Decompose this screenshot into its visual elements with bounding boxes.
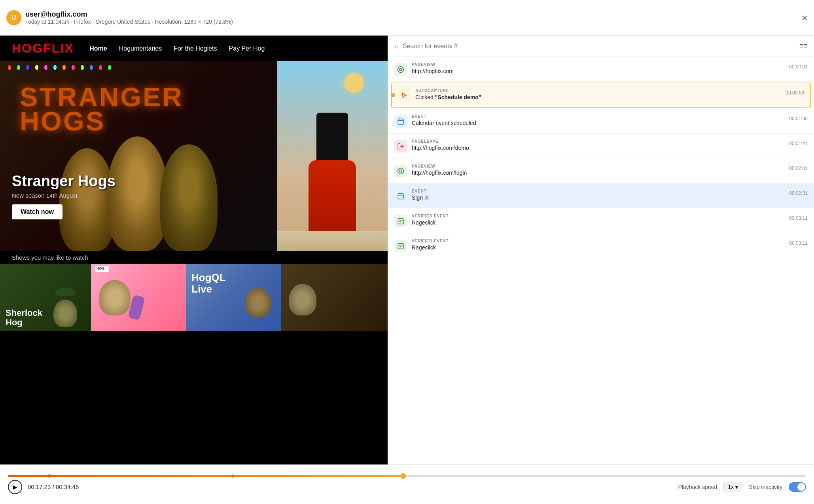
event-type-3: EVENT bbox=[412, 114, 784, 119]
event-type-4: PAGELEAVE bbox=[412, 139, 784, 143]
controls-row: ▶ 00:17:23 / 00:34:46 Playback speed 1x … bbox=[0, 480, 814, 494]
event-time-4: 00:01:41 bbox=[789, 141, 808, 146]
event-body-5: PAGEVIEW http://hogflix.com/login bbox=[412, 164, 784, 176]
event-time-8: 00:03:11 bbox=[789, 240, 808, 246]
filter-icon[interactable]: ≡≡ bbox=[799, 42, 808, 50]
moon bbox=[344, 73, 364, 93]
event-item-pageview-1[interactable]: PAGEVIEW http://hogflix.com 00:00:01 bbox=[388, 57, 814, 82]
svg-rect-5 bbox=[398, 194, 403, 199]
hero-show-title: Stranger Hogs bbox=[12, 173, 115, 190]
nav-hogumentaries[interactable]: Hogumentaries bbox=[119, 45, 162, 52]
event-body-1: PAGEVIEW http://hogflix.com bbox=[412, 62, 784, 75]
pageview-icon-2 bbox=[394, 165, 407, 177]
speed-value: 1x bbox=[728, 484, 734, 490]
royal-hat bbox=[316, 113, 348, 160]
event-icon-3 bbox=[394, 115, 407, 128]
video-area: HOGFLIX Home Hogumentaries For the Hogle… bbox=[0, 36, 388, 464]
verified-icon-1 bbox=[394, 215, 407, 227]
event-time-2: 00:00:58 bbox=[786, 90, 804, 96]
event-body-4: PAGELEAVE http://hogflix.com/demo bbox=[412, 139, 784, 151]
hogflix-nav-links: Home Hogumentaries For the Hoglets Pay P… bbox=[89, 45, 265, 52]
hero-right: CR bbox=[277, 61, 388, 251]
hero-left: STRANGER HOGS Stranger Hogs New season 1… bbox=[0, 61, 277, 251]
user-details: user@hogflix.com Today at 11:04am · Fire… bbox=[25, 10, 233, 25]
event-time-6: 00:02:31 bbox=[789, 191, 808, 196]
right-panel: ⌕ ≡≡ PAGEVIEW http://hogflix.com 00:00:0… bbox=[388, 36, 814, 464]
hog-char-2 bbox=[107, 136, 168, 251]
event-desc-2: Clicked "Schedule demo" bbox=[415, 94, 781, 101]
event-item-rageclick-2[interactable]: VERIFIED EVENT Rageclick 00:03:11 bbox=[388, 233, 814, 258]
progress-dot-2 bbox=[231, 474, 235, 478]
bottom-controls: ▶ 00:17:23 / 00:34:46 Playback speed 1x … bbox=[0, 464, 814, 504]
search-input[interactable] bbox=[403, 43, 795, 50]
svg-point-0 bbox=[399, 68, 402, 71]
search-bar: ⌕ ≡≡ bbox=[388, 36, 814, 57]
event-type-1: PAGEVIEW bbox=[412, 62, 784, 67]
lab-char bbox=[99, 280, 138, 327]
event-item-pageleave[interactable]: PAGELEAVE http://hogflix.com/demo 00:01:… bbox=[388, 134, 814, 159]
pageview-icon-1 bbox=[394, 63, 407, 76]
thumb-4[interactable] bbox=[281, 264, 388, 331]
event-desc-5: http://hogflix.com/login bbox=[412, 169, 784, 176]
speed-selector[interactable]: 1x ▾ bbox=[723, 482, 742, 492]
play-button[interactable]: ▶ bbox=[8, 480, 22, 494]
sherlock-char bbox=[47, 284, 83, 327]
controls-right: Playback speed 1x ▾ Skip inactivity bbox=[678, 482, 806, 492]
controls-left: ▶ 00:17:23 / 00:34:46 bbox=[8, 480, 79, 494]
event-body-6: EVENT Sign in bbox=[412, 189, 784, 201]
event-time-5: 00:02:01 bbox=[789, 166, 808, 171]
progress-dot-1 bbox=[48, 474, 51, 478]
progress-fill bbox=[8, 475, 403, 477]
cr-text: CR bbox=[368, 230, 384, 243]
event-type-2: AUTOCAPTURE bbox=[415, 89, 781, 93]
events-list: PAGEVIEW http://hogflix.com 00:00:01 AUT… bbox=[388, 57, 814, 464]
event-time-7: 00:03:11 bbox=[789, 215, 808, 221]
progress-bar-wrap bbox=[0, 475, 814, 477]
hero-characters bbox=[0, 61, 277, 251]
event-item-pageview-2[interactable]: PAGEVIEW http://hogflix.com/login 00:02:… bbox=[388, 159, 814, 183]
time-display: 00:17:23 / 00:34:46 bbox=[28, 483, 79, 490]
event-body-7: VERIFIED EVENT Rageclick bbox=[412, 214, 784, 226]
watch-now-button[interactable]: Watch now bbox=[12, 204, 62, 219]
hogflix-logo: HOGFLIX bbox=[12, 41, 74, 56]
progress-track[interactable] bbox=[8, 475, 806, 477]
close-button[interactable]: × bbox=[802, 13, 808, 23]
event-type-7: VERIFIED EVENT bbox=[412, 214, 784, 218]
royal-body bbox=[309, 160, 356, 231]
event-item-autocapture[interactable]: AUTOCAPTURE Clicked "Schedule demo" 00:0… bbox=[391, 83, 811, 108]
event-type-8: VERIFIED EVENT bbox=[412, 239, 784, 243]
hero-title-overlay: Stranger Hogs New season 14th August Wat… bbox=[12, 173, 115, 219]
hog-badge: HOG bbox=[95, 266, 109, 272]
event-desc-1: http://hogflix.com bbox=[412, 68, 784, 75]
main-layout: HOGFLIX Home Hogumentaries For the Hogle… bbox=[0, 36, 814, 464]
event-desc-3: Calendar event scheduled bbox=[412, 119, 784, 126]
event-item-signin[interactable]: EVENT Sign in 00:02:31 bbox=[388, 183, 814, 208]
svg-rect-2 bbox=[398, 119, 403, 125]
hogflix-nav: HOGFLIX Home Hogumentaries For the Hogle… bbox=[0, 36, 388, 61]
hog-char-3 bbox=[160, 144, 218, 251]
thumb-lab[interactable]: HOG bbox=[91, 264, 186, 331]
hero-section: STRANGER HOGS Stranger Hogs New season 1… bbox=[0, 61, 388, 251]
svg-point-1 bbox=[398, 67, 404, 73]
hogql-char bbox=[245, 288, 277, 327]
event-type-6: EVENT bbox=[412, 189, 784, 193]
nav-home[interactable]: Home bbox=[89, 45, 107, 52]
hogql-label: HogQLLive bbox=[191, 272, 226, 294]
progress-thumb[interactable] bbox=[400, 473, 406, 479]
skip-inactivity-toggle[interactable] bbox=[789, 482, 806, 492]
avatar: U bbox=[6, 10, 21, 25]
skip-inactivity-label: Skip inactivity bbox=[749, 484, 782, 490]
event-item-calendar[interactable]: EVENT Calendar event scheduled 00:01:36 bbox=[388, 109, 814, 134]
thumb-sherlock[interactable]: SherlockHog bbox=[0, 264, 91, 331]
thumb-hogql[interactable]: HogQLLive bbox=[186, 264, 281, 331]
search-icon: ⌕ bbox=[394, 42, 399, 50]
event-item-rageclick-1[interactable]: VERIFIED EVENT Rageclick 00:03:11 bbox=[388, 208, 814, 233]
svg-point-4 bbox=[398, 168, 404, 174]
event-body-3: EVENT Calendar event scheduled bbox=[412, 114, 784, 126]
top-bar: U user@hogflix.com Today at 11:04am · Fi… bbox=[0, 0, 814, 36]
sherlock-label: SherlockHog bbox=[6, 308, 42, 327]
user-meta: Today at 11:04am · Firefox · Oregon, Uni… bbox=[25, 19, 233, 25]
event-body-8: VERIFIED EVENT Rageclick bbox=[412, 239, 784, 251]
nav-hoglets[interactable]: For the Hoglets bbox=[174, 45, 217, 52]
nav-pay[interactable]: Pay Per Hog bbox=[229, 45, 265, 52]
